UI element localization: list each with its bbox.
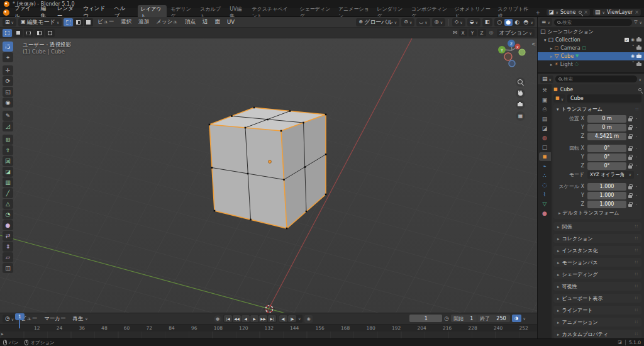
loop-cut-tool[interactable]: ▥ <box>3 177 13 187</box>
location-y-field[interactable]: 0 m <box>587 124 626 131</box>
animate-dot[interactable]: · <box>634 116 639 122</box>
menu-edge[interactable]: 辺 <box>200 18 211 26</box>
panel-menu-icon[interactable]: ∷ <box>636 107 638 112</box>
lock-icon[interactable] <box>628 148 632 151</box>
light-row[interactable]: Light <box>538 60 644 69</box>
camera-view-icon[interactable] <box>516 100 525 109</box>
record-icon[interactable]: ● <box>214 315 221 323</box>
animate-dot[interactable]: · <box>634 184 639 190</box>
transform-tool[interactable]: ◉ <box>3 98 13 108</box>
panel-visibility[interactable]: 可視性∷ <box>553 282 641 291</box>
tab-physics[interactable] <box>539 181 551 189</box>
render-visibility-icon[interactable] <box>636 47 641 50</box>
rendered-shading-button[interactable] <box>522 19 530 26</box>
zoom-icon[interactable] <box>516 77 525 87</box>
rotate-tool[interactable]: ⟳ <box>3 76 13 86</box>
timeline-menu-playback[interactable]: 再生 <box>70 315 91 323</box>
lock-icon[interactable] <box>628 118 632 121</box>
knife-tool[interactable]: ╱ <box>3 188 13 198</box>
panel-instancing[interactable]: インスタンス化∷ <box>553 246 641 255</box>
solid-shading-button[interactable] <box>504 19 513 26</box>
outliner-search-input[interactable] <box>562 20 629 25</box>
pivot-dropdown[interactable] <box>401 18 414 26</box>
tab-scene[interactable] <box>539 124 551 133</box>
outliner-display-mode[interactable] <box>540 18 552 26</box>
panel-relations[interactable]: 関係∷ <box>553 222 641 231</box>
inset-faces-tool[interactable]: 回 <box>3 156 13 166</box>
pin-icon[interactable] <box>638 88 641 91</box>
eye-closed-icon[interactable] <box>632 62 635 67</box>
camera-row[interactable]: Camera <box>538 44 644 52</box>
blender-menu-icon[interactable] <box>3 9 9 16</box>
camera-expand-icon[interactable] <box>550 45 553 51</box>
close-icon[interactable]: × <box>635 9 639 15</box>
rotation-y-field[interactable]: 0° <box>587 153 626 161</box>
lock-icon[interactable] <box>628 136 632 139</box>
panel-line-art[interactable]: ラインアート∷ <box>553 306 641 315</box>
play-button[interactable]: ▶ <box>250 315 258 322</box>
filter-icon[interactable] <box>634 20 637 25</box>
lock-icon[interactable] <box>628 157 632 160</box>
move-tool[interactable]: ✛ <box>3 65 13 75</box>
filter-chevron[interactable] <box>640 19 642 25</box>
tab-collection[interactable] <box>539 143 551 152</box>
scale-z-field[interactable]: 1.000 <box>587 201 626 208</box>
mode-dropdown[interactable]: 編集モード <box>18 18 62 26</box>
pan-hand-icon[interactable] <box>516 89 525 98</box>
tab-view-layer[interactable] <box>539 114 551 123</box>
scale-x-field[interactable]: 1.000 <box>587 183 626 191</box>
orientation-dropdown[interactable]: グローバル <box>356 18 399 26</box>
rotation-mode-dropdown[interactable]: XYZ オイラー角 <box>587 171 634 179</box>
editor-type-button[interactable] <box>3 18 16 26</box>
menu-mesh[interactable]: メッシュ <box>153 18 180 26</box>
vertex-select-button[interactable] <box>64 18 73 26</box>
collection-checkbox[interactable]: ✓ <box>625 38 629 42</box>
render-visibility-icon[interactable] <box>636 63 641 66</box>
tab-world[interactable] <box>539 133 551 142</box>
shading-options-chevron[interactable] <box>531 19 533 25</box>
measure-tool[interactable]: ◿ <box>3 121 13 131</box>
lock-icon[interactable] <box>628 127 632 130</box>
tab-object[interactable] <box>539 152 551 161</box>
timeline-channel-area[interactable] <box>0 332 537 338</box>
start-frame-value[interactable]: 1 <box>466 316 477 321</box>
eye-icon[interactable] <box>631 54 635 59</box>
menu-vertex[interactable]: 頂点 <box>182 18 198 26</box>
lock-icon[interactable] <box>628 204 632 207</box>
snap-toggle[interactable] <box>416 18 430 26</box>
edge-select-button[interactable] <box>74 18 83 26</box>
select-subtract-button[interactable] <box>24 29 33 37</box>
edge-slide-tool[interactable]: ⇄ <box>3 231 13 241</box>
gizmo-neg-z-axis[interactable] <box>509 60 515 67</box>
object-type-dropdown[interactable] <box>553 94 565 103</box>
auto-keying-icon[interactable]: ◉ <box>304 315 313 323</box>
step-back-button[interactable]: ◀| <box>279 315 287 322</box>
panel-viewport-display[interactable]: ビューポート表示∷ <box>553 294 641 303</box>
delta-transform-subpanel[interactable]: デルタトランスフォーム <box>553 209 641 217</box>
timeline-editor-type-button[interactable] <box>3 315 16 323</box>
playhead[interactable]: 1 <box>15 313 25 320</box>
current-frame-field[interactable]: 1 <box>409 315 442 322</box>
panel-shading[interactable]: シェーディング∷ <box>553 270 641 279</box>
animate-dot[interactable]: · <box>634 133 639 140</box>
scene-selector[interactable]: Scene × <box>547 9 590 16</box>
properties-search-input[interactable] <box>564 76 634 82</box>
annotate-tool[interactable]: ✎ <box>3 111 13 121</box>
mirror-y-toggle[interactable]: Y <box>469 29 477 36</box>
scale-tool[interactable]: ◱ <box>3 87 13 97</box>
spin-tool[interactable]: ◔ <box>3 209 13 220</box>
timeline-menu-marker[interactable]: マーカー <box>42 315 68 323</box>
rotation-x-field[interactable]: 0° <box>587 145 626 152</box>
eye-icon[interactable] <box>631 38 635 42</box>
menu-uv[interactable]: UV <box>225 19 237 25</box>
panel-collections[interactable]: コレクション∷ <box>553 234 641 243</box>
animate-dot[interactable]: · <box>634 125 639 131</box>
tab-data[interactable] <box>539 199 551 208</box>
lock-icon[interactable] <box>628 195 632 198</box>
menu-add[interactable]: 追加 <box>136 18 152 26</box>
animate-dot[interactable]: · <box>634 193 639 199</box>
poly-build-tool[interactable]: △ <box>3 199 13 209</box>
gizmos-dropdown[interactable] <box>452 18 465 26</box>
cursor-tool[interactable]: ⌖ <box>3 52 13 62</box>
eye-closed-icon[interactable] <box>632 45 635 51</box>
